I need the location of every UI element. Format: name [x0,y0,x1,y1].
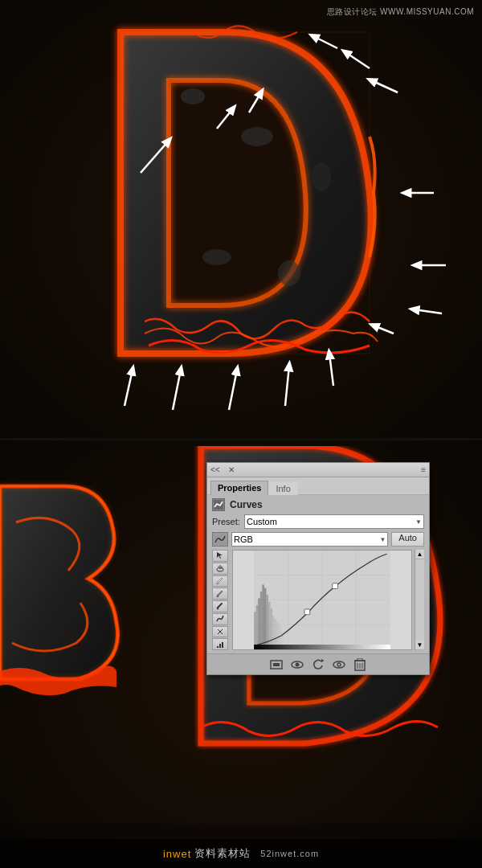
svg-rect-32 [217,646,219,648]
scene-divider [0,438,482,440]
svg-point-2 [241,127,273,146]
visibility-footer-icon[interactable] [332,657,346,672]
svg-point-66 [296,662,300,666]
curves-main-area: ▲ ▼ [212,550,424,650]
preset-row: Preset: Custom ▼ [212,514,424,529]
svg-marker-67 [321,659,324,662]
mask-footer-icon[interactable] [269,657,284,672]
svg-rect-44 [258,598,260,649]
scroll-down-btn[interactable]: ▼ [415,641,424,650]
curves-graph[interactable] [232,550,412,650]
svg-point-1 [181,88,205,104]
reset-footer-icon[interactable] [311,657,325,672]
titlebar-right: ≡ [421,465,426,474]
watermark-suffix: 资料素材站 [194,846,251,861]
hand-tool-btn[interactable] [212,563,228,575]
curves-icon [212,498,225,511]
pointer-tool-btn[interactable] [212,550,228,562]
pencil-tool-btn[interactable] [212,626,228,638]
svg-rect-46 [262,584,264,649]
svg-point-29 [217,608,219,609]
watermark-brand: inwet [163,848,191,860]
watermark-bottom: inwet 资料素材站 52inwet.com [0,839,482,868]
svg-point-27 [217,583,219,584]
channel-icon[interactable] [212,532,228,547]
auto-button[interactable]: Auto [391,532,424,547]
lava-scene-top [0,0,482,438]
eyedropper-white-btn[interactable] [212,575,228,588]
svg-rect-51 [272,616,275,649]
channel-select[interactable]: RGB ▼ [231,532,388,547]
panel-footer [207,653,429,674]
delete-footer-icon[interactable] [353,657,367,672]
panel-tabs: Properties Info [207,477,429,495]
tab-properties[interactable]: Properties [210,481,268,495]
svg-rect-50 [271,608,273,649]
channel-value: RGB [234,534,253,544]
curves-label: Curves [230,499,263,510]
watermark-top: 思路设计论坛 WWW.MISSYUAN.COM [327,6,474,18]
curves-title-row: Curves [212,498,424,511]
svg-point-69 [337,663,341,666]
watermark-url: 52inwet.com [260,849,319,858]
svg-rect-64 [273,663,280,666]
channel-dropdown-arrow: ▼ [379,536,386,543]
tools-column [212,550,230,650]
preset-dropdown-arrow: ▼ [415,518,422,526]
eyedropper-black-btn[interactable] [212,600,228,612]
svg-rect-49 [268,602,271,649]
collapse-icon[interactable]: << [210,465,220,474]
preset-select[interactable]: Custom ▼ [244,514,424,529]
titlebar-left: << ✕ [210,465,235,474]
svg-rect-45 [260,592,263,649]
svg-rect-60 [304,609,310,615]
svg-point-3 [312,162,331,191]
curve-tool-btn[interactable] [212,613,228,625]
curves-graph-svg [233,551,411,649]
svg-rect-42 [254,612,256,649]
svg-rect-43 [256,605,259,649]
preset-label: Preset: [212,517,241,526]
svg-rect-61 [333,583,338,589]
properties-panel[interactable]: << ✕ ≡ Properties Info Curves [206,462,430,675]
scroll-up-btn[interactable]: ▲ [415,550,424,559]
svg-rect-34 [222,642,223,648]
svg-point-5 [278,260,300,286]
letter-d [96,16,402,370]
close-icon[interactable]: ✕ [228,465,235,474]
histogram-tool-btn[interactable] [212,638,228,650]
panel-titlebar: << ✕ ≡ [207,463,429,477]
svg-point-4 [202,249,231,265]
svg-rect-47 [264,588,267,649]
svg-point-68 [333,661,345,668]
preset-value: Custom [247,517,277,526]
panel-body: Curves Preset: Custom ▼ RGB ▼ Auto [207,495,429,653]
channel-row: RGB ▼ Auto [212,532,424,547]
svg-point-28 [217,596,219,597]
tab-info[interactable]: Info [268,481,297,495]
svg-rect-72 [357,658,362,661]
panel-menu-icon[interactable]: ≡ [421,465,426,474]
svg-rect-33 [219,644,221,648]
eye-footer-icon[interactable] [290,657,304,672]
svg-rect-62 [254,645,390,649]
eyedropper-gray-btn[interactable] [212,588,228,600]
curves-scrollbar[interactable]: ▲ ▼ [415,550,424,650]
